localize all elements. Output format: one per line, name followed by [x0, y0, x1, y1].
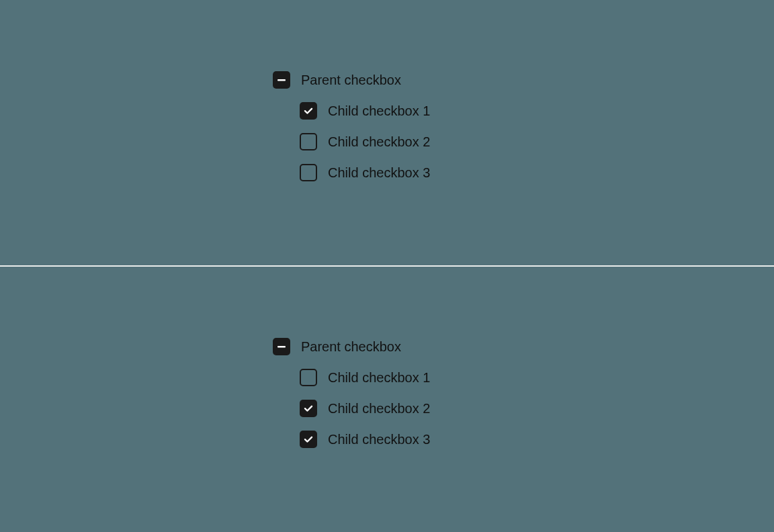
child-checkbox-label: Child checkbox 1: [328, 104, 430, 118]
example-panel-1: Parent checkbox Child checkbox 1 Child c…: [0, 0, 774, 265]
check-icon: [303, 434, 314, 445]
child-checkbox-1[interactable]: [300, 369, 317, 386]
parent-checkbox-row: Parent checkbox: [273, 338, 430, 355]
child-checkbox-row: Child checkbox 1: [300, 369, 430, 386]
child-checkbox-label: Child checkbox 1: [328, 371, 430, 384]
svg-rect-0: [277, 79, 286, 81]
child-checkbox-list: Child checkbox 1 Child checkbox 2 Child …: [300, 369, 430, 448]
child-checkbox-row: Child checkbox 3: [300, 431, 430, 448]
parent-checkbox-label: Parent checkbox: [301, 340, 401, 353]
child-checkbox-3[interactable]: [300, 431, 317, 448]
minus-icon: [277, 342, 286, 351]
child-checkbox-label: Child checkbox 2: [328, 402, 430, 415]
child-checkbox-row: Child checkbox 3: [300, 164, 430, 181]
child-checkbox-label: Child checkbox 3: [328, 166, 430, 179]
parent-checkbox[interactable]: [273, 338, 290, 355]
parent-checkbox-row: Parent checkbox: [273, 71, 430, 89]
svg-rect-1: [277, 346, 286, 348]
example-panel-2: Parent checkbox Child checkbox 1 Child c…: [0, 267, 774, 532]
checkbox-group-1: Parent checkbox Child checkbox 1 Child c…: [273, 71, 430, 181]
check-icon: [303, 403, 314, 414]
parent-checkbox-label: Parent checkbox: [301, 73, 401, 87]
parent-checkbox[interactable]: [273, 71, 290, 89]
child-checkbox-2[interactable]: [300, 400, 317, 417]
child-checkbox-row: Child checkbox 2: [300, 133, 430, 150]
minus-icon: [277, 75, 286, 85]
child-checkbox-list: Child checkbox 1 Child checkbox 2 Child …: [300, 102, 430, 181]
child-checkbox-1[interactable]: [300, 102, 317, 120]
child-checkbox-2[interactable]: [300, 133, 317, 150]
check-icon: [303, 105, 314, 116]
child-checkbox-label: Child checkbox 3: [328, 433, 430, 446]
checkbox-group-2: Parent checkbox Child checkbox 1 Child c…: [273, 338, 430, 448]
child-checkbox-3[interactable]: [300, 164, 317, 181]
child-checkbox-row: Child checkbox 2: [300, 400, 430, 417]
child-checkbox-row: Child checkbox 1: [300, 102, 430, 120]
child-checkbox-label: Child checkbox 2: [328, 135, 430, 148]
